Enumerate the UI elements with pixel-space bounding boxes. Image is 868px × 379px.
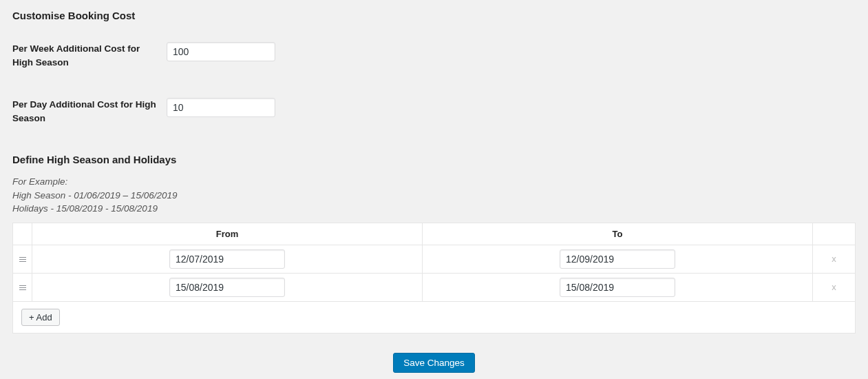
delete-row-icon[interactable]: x — [832, 282, 836, 292]
col-handle — [13, 223, 32, 245]
table-row: x — [13, 245, 856, 273]
high-season-table: From To x x — [12, 223, 856, 334]
to-date-input[interactable] — [560, 278, 675, 297]
per-week-label: Per Week Additional Cost for High Season — [12, 42, 167, 69]
per-week-row: Per Week Additional Cost for High Season — [12, 42, 856, 69]
table-row: x — [13, 273, 856, 301]
drag-handle-icon[interactable] — [13, 250, 32, 269]
section-title-define: Define High Season and Holidays — [12, 154, 856, 165]
example-text: For Example: High Season - 01/06/2019 – … — [12, 175, 856, 216]
col-delete — [813, 223, 856, 245]
col-to: To — [423, 223, 813, 245]
per-day-row: Per Day Additional Cost for High Season — [12, 98, 856, 125]
table-footer: + Add — [13, 301, 856, 333]
example-line: High Season - 01/06/2019 – 15/06/2019 — [12, 189, 856, 203]
example-line: For Example: — [12, 175, 856, 189]
col-from: From — [32, 223, 423, 245]
from-date-input[interactable] — [169, 249, 285, 269]
add-row-button[interactable]: + Add — [21, 309, 60, 326]
to-date-input[interactable] — [560, 249, 675, 269]
per-day-input[interactable] — [167, 98, 275, 117]
per-day-label: Per Day Additional Cost for High Season — [12, 98, 167, 125]
example-line: Holidays - 15/08/2019 - 15/08/2019 — [12, 202, 856, 216]
from-date-input[interactable] — [169, 278, 285, 297]
per-week-input[interactable] — [167, 42, 275, 61]
section-title-customise: Customise Booking Cost — [12, 10, 856, 21]
delete-row-icon[interactable]: x — [832, 254, 836, 264]
drag-handle-icon[interactable] — [13, 278, 32, 297]
save-changes-button[interactable]: Save Changes — [393, 353, 475, 373]
